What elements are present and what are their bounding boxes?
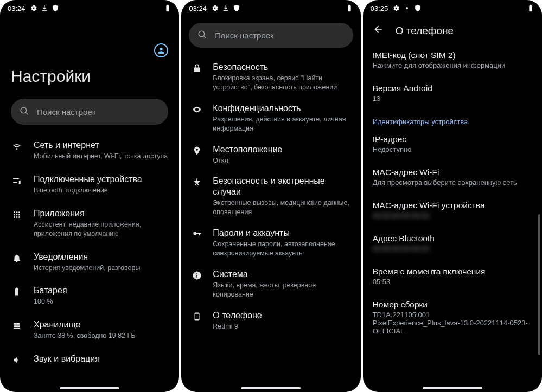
about-row-bt-address[interactable]: Адрес Bluetooth 00:00:00:00:00:00 xyxy=(373,227,532,260)
phone-panel-settings-main: 03:24 Настройки Поиск настроек xyxy=(0,0,179,392)
emergency-icon xyxy=(191,177,203,187)
phone-icon xyxy=(191,312,203,322)
apps-grid-icon xyxy=(11,210,23,220)
devices-icon xyxy=(11,176,23,185)
svg-point-2 xyxy=(18,211,20,213)
key-icon xyxy=(191,229,203,239)
battery-icon xyxy=(527,4,534,12)
dot-icon xyxy=(403,4,411,12)
status-time: 03:25 xyxy=(371,4,388,12)
about-header: О телефоне xyxy=(363,16,542,44)
search-settings[interactable]: Поиск настроек xyxy=(11,99,168,125)
lock-icon xyxy=(191,63,203,73)
nav-handle[interactable] xyxy=(241,387,301,389)
back-arrow-icon[interactable] xyxy=(373,24,384,37)
nav-handle[interactable] xyxy=(423,387,482,389)
about-row-android-version[interactable]: Версия Android 13 xyxy=(373,77,532,110)
shield-icon xyxy=(233,4,240,12)
gear-icon xyxy=(211,4,219,12)
phone-panel-settings-more: 03:24 Поиск настроек БезопасностьБлокиро… xyxy=(181,0,360,392)
eye-icon xyxy=(191,105,203,114)
settings-list: Сеть и интернетМобильный интернет, Wi-Fi… xyxy=(0,130,179,392)
info-icon xyxy=(191,271,203,280)
settings-row-network[interactable]: Сеть и интернетМобильный интернет, Wi-Fi… xyxy=(0,133,179,168)
settings-row-location[interactable]: МестоположениеОткл. xyxy=(181,139,360,171)
about-row-wifi-mac[interactable]: MAC-адрес Wi-Fi Для просмотра выберите с… xyxy=(373,161,532,194)
download-icon xyxy=(41,4,48,12)
about-row-build-number[interactable]: Номер сборки TD1A.221105.001 PixelExperi… xyxy=(373,293,532,343)
battery-icon xyxy=(164,4,171,12)
settings-row-privacy[interactable]: КонфиденциальностьРазрешения, действия в… xyxy=(181,98,360,139)
search-icon xyxy=(197,30,207,41)
bell-icon xyxy=(11,253,23,263)
status-time: 03:24 xyxy=(189,4,207,12)
sound-icon xyxy=(11,355,23,365)
phone-panel-about: 03:25 О телефоне IMEI-код (слот SIM 2) Н… xyxy=(363,0,542,392)
settings-row-security[interactable]: БезопасностьБлокировка экрана, сервис "Н… xyxy=(181,56,360,98)
svg-point-9 xyxy=(406,7,408,9)
settings-row-apps[interactable]: ПриложенияАссистент, недавние приложения… xyxy=(0,202,179,245)
about-row-wifi-device-mac[interactable]: MAC-адрес Wi-Fi устройства 00:00:00:00:0… xyxy=(373,194,532,227)
svg-point-5 xyxy=(18,214,20,215)
settings-row-connected-devices[interactable]: Подключенные устройстваBluetooth, подклю… xyxy=(0,168,179,202)
status-time: 03:24 xyxy=(8,4,25,12)
svg-point-4 xyxy=(16,214,18,215)
page-title: Настройки xyxy=(11,67,168,86)
scrollbar[interactable] xyxy=(538,214,540,355)
status-bar: 03:24 xyxy=(181,0,360,16)
status-bar: 03:25 xyxy=(363,0,542,16)
status-bar: 03:24 xyxy=(0,0,179,16)
about-section-header: Идентификаторы устройства xyxy=(373,110,532,128)
about-list: IMEI-код (слот SIM 2) Нажмите для отобра… xyxy=(363,44,542,392)
svg-point-3 xyxy=(14,214,15,215)
svg-point-7 xyxy=(16,216,18,218)
gear-icon xyxy=(30,4,37,12)
location-icon xyxy=(191,146,203,156)
about-row-ip[interactable]: IP-адрес Недоступно xyxy=(373,128,532,161)
search-icon xyxy=(20,106,29,118)
search-settings[interactable]: Поиск настроек xyxy=(189,23,353,48)
profile-avatar-button[interactable] xyxy=(154,43,168,57)
nav-handle[interactable] xyxy=(60,387,119,389)
settings-row-emergency[interactable]: Безопасность и экстренные случаиЭкстренн… xyxy=(181,170,360,222)
svg-point-8 xyxy=(18,216,20,218)
search-placeholder: Поиск настроек xyxy=(37,107,95,117)
settings-row-sound[interactable]: Звук и вибрация xyxy=(0,347,179,371)
settings-row-about-phone[interactable]: О телефонеRedmi 9 xyxy=(181,305,360,337)
settings-row-system[interactable]: СистемаЯзыки, время, жесты, резервное ко… xyxy=(181,264,360,305)
about-title: О телефоне xyxy=(396,25,454,37)
svg-point-0 xyxy=(14,211,15,213)
gear-icon xyxy=(392,4,400,12)
settings-row-battery[interactable]: Батарея100 % xyxy=(0,279,179,313)
about-row-uptime[interactable]: Время с момента включения 05:53 xyxy=(373,260,532,293)
shield-icon xyxy=(52,4,59,12)
shield-icon xyxy=(414,4,422,12)
settings-row-storage[interactable]: ХранилищеЗанято 38 %, свободно 19,82 ГБ xyxy=(0,313,179,347)
search-placeholder: Поиск настроек xyxy=(215,31,273,40)
settings-row-passwords[interactable]: Пароли и аккаунтыСохраненные пароли, авт… xyxy=(181,222,360,264)
download-icon xyxy=(222,4,229,12)
storage-icon xyxy=(11,321,23,331)
battery-icon xyxy=(11,287,23,297)
wifi-icon xyxy=(11,142,23,151)
settings-row-notifications[interactable]: УведомленияИстория уведомлений, разговор… xyxy=(0,245,179,279)
about-row-imei2[interactable]: IMEI-код (слот SIM 2) Нажмите для отобра… xyxy=(373,44,532,77)
settings-list: БезопасностьБлокировка экрана, сервис "Н… xyxy=(181,53,360,392)
battery-icon xyxy=(346,4,353,12)
svg-point-1 xyxy=(16,211,18,213)
svg-point-6 xyxy=(14,216,15,218)
